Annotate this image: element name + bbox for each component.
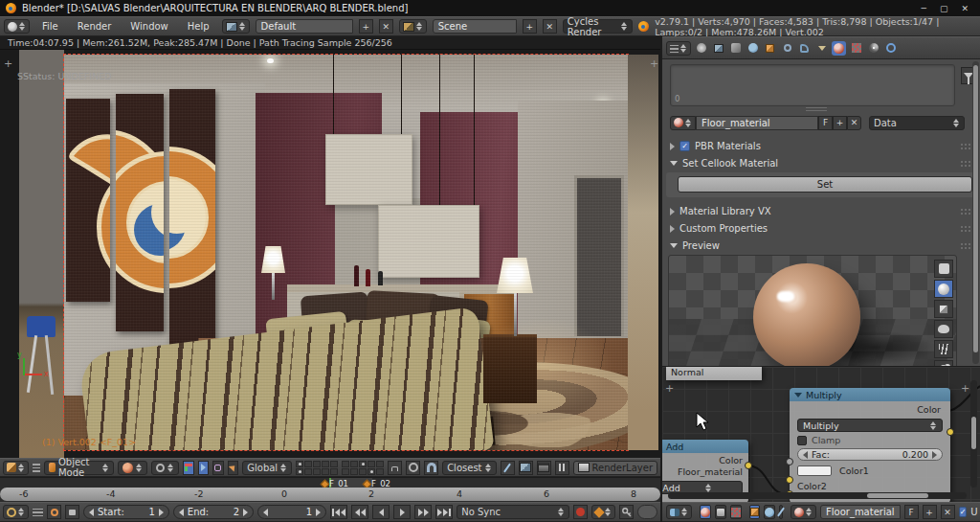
- panel-grip-icon[interactable]: [960, 242, 972, 250]
- pivot-selector[interactable]: [151, 461, 179, 475]
- properties-editor-type-button[interactable]: [666, 41, 691, 56]
- texture-nodes-toggle[interactable]: [730, 505, 742, 519]
- object-shader-toggle[interactable]: [749, 505, 760, 519]
- panel-custom-properties[interactable]: Custom Properties: [662, 220, 980, 237]
- node-editor-vscrollbar[interactable]: [970, 380, 977, 488]
- unlink-material-button[interactable]: ✕: [847, 116, 861, 130]
- keying-set-selector[interactable]: [591, 505, 615, 519]
- color1-swatch[interactable]: [797, 465, 832, 476]
- timeline-editor-type-button[interactable]: [3, 505, 29, 519]
- menu-help[interactable]: Help: [181, 21, 216, 32]
- panel-grip-icon[interactable]: [960, 143, 972, 150]
- lock-toggle[interactable]: [388, 461, 402, 475]
- shader-nodes-toggle[interactable]: [700, 505, 711, 519]
- start-frame-stepper[interactable]: Start: 1: [83, 505, 169, 519]
- new-material-button[interactable]: +: [833, 116, 847, 130]
- new-material-button[interactable]: +: [923, 505, 937, 519]
- panel-set-cellook[interactable]: Set Cellook Material: [662, 155, 980, 171]
- browse-material-button[interactable]: [670, 116, 696, 130]
- timeline-editor[interactable]: F_01 F_02 -6 -4 -2 0 2 4 6 8: [0, 477, 660, 502]
- manipulator-rotate-toggle[interactable]: [198, 461, 210, 475]
- sidebar-expand-icon[interactable]: +: [650, 57, 658, 70]
- preview-flat-button[interactable]: [934, 260, 953, 278]
- viewport-3d[interactable]: + + SStatus: UNDEFINED (1) Vert.002 <F_0…: [0, 50, 660, 458]
- preview-sphere-button[interactable]: [934, 280, 953, 298]
- timeline-ruler[interactable]: -6 -4 -2 0 2 4 6 8: [0, 488, 660, 501]
- render-layer-selector[interactable]: RenderLayer: [573, 461, 657, 475]
- header-menu-icon[interactable]: [33, 508, 43, 516]
- node-sidebar-expand-icon[interactable]: +: [961, 382, 969, 395]
- linestyle-shader-toggle[interactable]: [779, 505, 783, 519]
- node-toolshelf-expand-icon[interactable]: +: [665, 382, 674, 395]
- previous-keyframe-button[interactable]: [351, 505, 368, 519]
- color-output-socket[interactable]: [947, 428, 954, 436]
- node-material-name-field[interactable]: Floor_material: [820, 505, 901, 519]
- maximize-button[interactable]: ▢: [940, 4, 948, 13]
- set-button[interactable]: Set: [678, 176, 972, 193]
- node-editor-hscrollbar[interactable]: [668, 492, 967, 499]
- tab-world[interactable]: [746, 41, 760, 56]
- layout-add-button[interactable]: +: [359, 19, 373, 34]
- tab-material[interactable]: [832, 41, 846, 56]
- auto-keyframe-button[interactable]: [573, 505, 588, 519]
- snap-element-selector[interactable]: Closest: [442, 461, 496, 475]
- tab-particles[interactable]: [866, 41, 880, 56]
- tab-render-layers[interactable]: [711, 41, 725, 56]
- minimize-button[interactable]: ─: [922, 4, 926, 13]
- scene-icon-button[interactable]: [399, 19, 427, 34]
- shading-selector[interactable]: [118, 461, 147, 475]
- compositing-nodes-toggle[interactable]: [715, 505, 726, 519]
- toolshelf-expand-icon[interactable]: +: [4, 57, 12, 70]
- panel-preview[interactable]: Preview: [662, 238, 980, 254]
- scene-close-button[interactable]: ✕: [543, 19, 557, 34]
- lock-frame-button[interactable]: [65, 505, 79, 519]
- layers-group-1[interactable]: [296, 461, 338, 475]
- pause-button[interactable]: [555, 461, 569, 475]
- material-slot-list[interactable]: 0: [670, 64, 955, 106]
- world-shader-toggle[interactable]: [764, 505, 775, 519]
- tab-modifiers[interactable]: [797, 41, 812, 56]
- end-frame-stepper[interactable]: End: 2: [173, 505, 254, 519]
- scene-add-button[interactable]: +: [523, 19, 537, 34]
- opengl-render-image-button[interactable]: [519, 461, 533, 475]
- normal-node[interactable]: Normal: [666, 366, 762, 380]
- render-engine-selector[interactable]: Cycles Render: [563, 19, 633, 34]
- pbr-checkbox[interactable]: ✓: [679, 141, 690, 151]
- jump-to-start-button[interactable]: [330, 505, 347, 519]
- unlink-material-button[interactable]: ✕: [941, 505, 955, 519]
- color-output-socket[interactable]: [745, 462, 752, 469]
- tab-data[interactable]: [814, 41, 829, 56]
- panel-grip-icon[interactable]: [960, 160, 972, 168]
- node-editor[interactable]: Normal + + Multiply Color Multiply: [662, 366, 980, 502]
- fake-user-button[interactable]: F: [904, 505, 919, 519]
- insert-keyframe-button[interactable]: [619, 505, 634, 519]
- list-resize-grip[interactable]: [806, 107, 827, 111]
- play-button[interactable]: [393, 505, 411, 519]
- close-button[interactable]: ✕: [961, 4, 969, 13]
- preview-hair-button[interactable]: [934, 340, 953, 358]
- play-reverse-button[interactable]: [372, 505, 390, 519]
- preview-monkey-button[interactable]: [934, 320, 953, 338]
- tab-texture[interactable]: [849, 41, 863, 56]
- manipulator-extra-toggle[interactable]: [228, 461, 239, 475]
- fac-slider[interactable]: Fac: 0.200: [797, 448, 943, 461]
- screen-layout-icon-button[interactable]: [222, 19, 250, 34]
- jump-to-end-button[interactable]: [435, 505, 453, 519]
- clamp-checkbox[interactable]: [797, 436, 807, 445]
- preview-cube-button[interactable]: [934, 300, 953, 318]
- header-menu-icon[interactable]: [33, 464, 40, 472]
- manipulator-scale-toggle[interactable]: [212, 461, 224, 475]
- datablock-type-selector[interactable]: Data: [869, 116, 965, 130]
- layers-group-2[interactable]: [342, 461, 384, 475]
- layout-close-button[interactable]: ✕: [379, 19, 393, 34]
- manipulator-translate-toggle[interactable]: [183, 461, 194, 475]
- panel-material-library[interactable]: Material Library VX: [662, 203, 980, 219]
- menu-render[interactable]: Render: [71, 21, 119, 32]
- viewport-editor-type-button[interactable]: [3, 461, 29, 475]
- opengl-render-anim-button[interactable]: [537, 461, 551, 475]
- color1-input-socket[interactable]: [786, 476, 793, 484]
- proportional-edit-toggle[interactable]: [406, 461, 420, 475]
- scene-selector[interactable]: Scene: [433, 19, 517, 34]
- use-nodes-checkbox[interactable]: ✓: [959, 507, 968, 517]
- mode-selector[interactable]: Object Mode: [44, 461, 114, 475]
